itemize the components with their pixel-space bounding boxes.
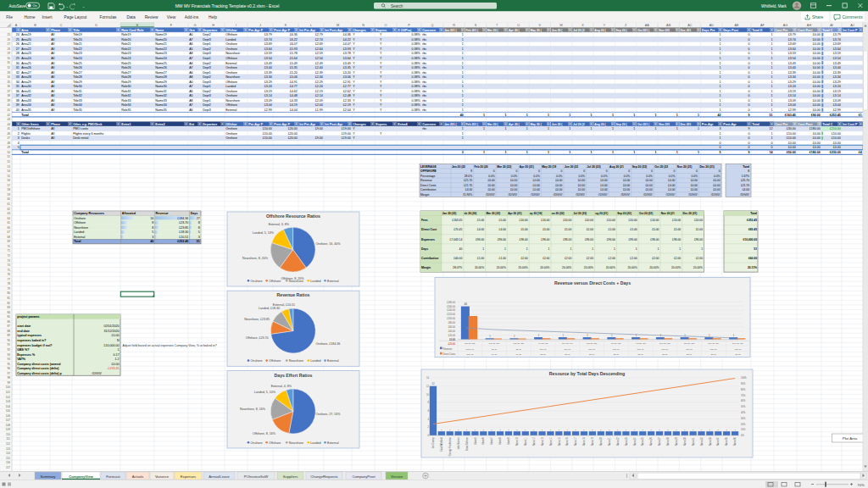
svg-text:Post-Agr: Post-Agr [723, 123, 737, 126]
svg-text:Changes: Changes [353, 123, 366, 126]
svg-text:£3.06: £3.06 [343, 75, 351, 79]
svg-text:0: 0 [748, 71, 750, 75]
svg-text:51: 51 [197, 240, 200, 243]
svg-text:50: 50 [8, 151, 11, 154]
svg-text:108: 108 [6, 424, 10, 427]
svg-text:Days Effort Ratios: Days Effort Ratios [275, 373, 313, 378]
svg-text:1: 1 [526, 127, 528, 130]
svg-text:Cost Pre: Cost Pre [775, 29, 787, 32]
svg-text:9: 9 [748, 114, 750, 117]
svg-text:£3.44: £3.44 [264, 66, 272, 69]
svg-text:Mar 20 (22): Mar 20 (22) [513, 342, 524, 345]
svg-text:£10.00: £10.00 [565, 348, 571, 351]
svg-text:Area24: Area24 [21, 57, 31, 60]
svg-text:£5.00: £5.00 [520, 228, 527, 231]
svg-text:£3.34: £3.34 [788, 75, 796, 79]
svg-text:E: E [136, 24, 139, 27]
svg-text:Area21: Area21 [21, 42, 31, 46]
svg-text:£140.00: £140.00 [447, 308, 455, 312]
svg-text:25: 25 [16, 38, 19, 42]
svg-text:#DIV/0!: #DIV/0! [531, 193, 540, 197]
svg-text:0: 0 [515, 169, 517, 173]
svg-text:75: 75 [8, 269, 11, 272]
svg-text:Version: Version [391, 474, 403, 479]
svg-text:Revenue: Revenue [443, 347, 453, 351]
svg-text:#DIV/0!: #DIV/0! [665, 193, 675, 197]
svg-text:70%: 70% [857, 483, 865, 487]
svg-text:36: 36 [16, 90, 19, 93]
svg-text:0.38%: 0.38% [412, 94, 421, 97]
svg-text:1: 1 [591, 151, 593, 154]
svg-text:101: 101 [6, 391, 10, 394]
svg-text:Name35: Name35 [155, 108, 167, 112]
svg-text:Dept3: Dept3 [203, 66, 211, 69]
svg-text:69: 69 [8, 240, 11, 243]
svg-text:£0.00: £0.00 [578, 184, 585, 187]
svg-text:Offshore: Offshore [225, 33, 237, 36]
svg-text:£5.00: £5.00 [499, 219, 506, 222]
svg-text:£0.00: £0.00 [713, 184, 720, 187]
svg-text:Aug 20 (: Aug 20 ( [594, 123, 606, 126]
svg-text:Name13: Name13 [541, 437, 544, 446]
svg-text:£2.49: £2.49 [315, 62, 323, 65]
svg-text:Landed: Landed [225, 38, 236, 42]
svg-text:£1.99: £1.99 [315, 108, 323, 112]
svg-text:£96.00: £96.00 [629, 238, 637, 241]
svg-text:50%: 50% [741, 405, 746, 408]
svg-text:A7: A7 [189, 38, 192, 42]
svg-text:1: 1 [462, 75, 464, 79]
svg-text:£10.51: £10.51 [179, 236, 188, 239]
svg-text:Area29: Area29 [21, 80, 31, 84]
svg-text:107: 107 [6, 419, 10, 422]
svg-text:£120.00: £120.00 [447, 313, 455, 316]
svg-text:1.67%: 1.67% [742, 175, 749, 178]
svg-text:Other Items: Other Items [21, 123, 39, 126]
svg-text:0.0%: 0.0% [578, 175, 585, 178]
svg-text:Nearshore, £23.85: Nearshore, £23.85 [244, 318, 270, 321]
svg-text:Role26: Role26 [121, 66, 131, 69]
svg-text:38: 38 [8, 94, 11, 97]
svg-text:£2.54: £2.54 [315, 57, 323, 60]
svg-text:1: 1 [771, 57, 773, 60]
svg-text:Onshore: Onshore [225, 136, 237, 140]
svg-text:£253.45: £253.45 [177, 240, 188, 243]
svg-text:All: All [51, 38, 54, 42]
svg-text:Area27: Area27 [21, 71, 31, 75]
svg-text:60%: 60% [741, 399, 746, 402]
svg-text:£2.00: £2.00 [565, 257, 571, 260]
svg-text:£3.69: £3.69 [264, 42, 272, 46]
svg-text:1: 1 [771, 103, 773, 107]
svg-text:£25.70: £25.70 [464, 179, 472, 182]
svg-text:Landed: Landed [310, 359, 320, 363]
svg-text:1: 1 [771, 132, 773, 136]
svg-text:rbc: rbc [422, 75, 426, 79]
svg-text:Area28: Area28 [21, 75, 31, 79]
svg-text:start date: start date [17, 324, 31, 328]
svg-text:£2.99: £2.99 [833, 108, 841, 112]
svg-text:£20.00: £20.00 [288, 136, 298, 140]
svg-text:Offshore, £23.70: Offshore, £23.70 [246, 336, 269, 340]
svg-text:Name34: Name34 [155, 103, 167, 107]
svg-text:34: 34 [8, 75, 11, 79]
svg-text:#DIV/0!: #DIV/0! [688, 193, 698, 197]
svg-text:AD: AD [709, 24, 715, 27]
svg-text:£10.00: £10.00 [585, 219, 593, 222]
svg-text:Mark Whitfield: Mark Whitfield [440, 437, 443, 452]
svg-text:Onshore: Onshore [225, 47, 237, 51]
svg-text:project params: project params [17, 315, 39, 319]
svg-text:Whitfield, Mark: Whitfield, Mark [761, 4, 787, 8]
svg-text:Name32: Name32 [700, 437, 704, 446]
svg-text:103: 103 [6, 400, 10, 403]
svg-text:40: 40 [8, 103, 11, 107]
svg-text:£5.00: £5.00 [609, 228, 615, 231]
svg-text:1: 1 [462, 132, 464, 136]
svg-text:1: 1 [462, 85, 464, 88]
svg-text:Int Cost P: Int Cost P [843, 29, 858, 32]
svg-text:Variance: Variance [155, 474, 170, 479]
svg-text:Allocated: Allocated [122, 212, 136, 215]
svg-text:Nearshore: Nearshore [74, 226, 88, 230]
svg-text:£2.00: £2.00 [520, 257, 527, 260]
svg-text:0: 0 [493, 169, 495, 173]
svg-text:0: 0 [748, 80, 750, 84]
svg-text:Role23: Role23 [121, 52, 131, 55]
